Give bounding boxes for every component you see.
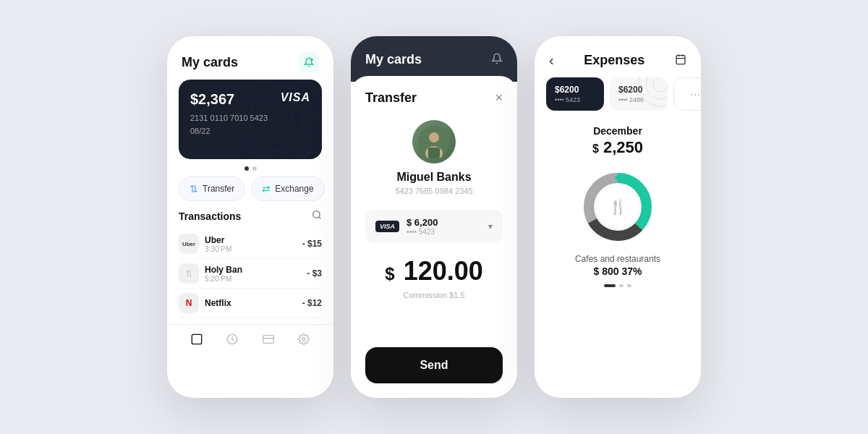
- month-label: December: [535, 125, 701, 137]
- transactions-header: Transactions: [179, 210, 322, 222]
- action-buttons: ⇅ Transfer ⇄ Exchange: [167, 176, 333, 210]
- phone-screen-3: ‹ Expenses $6200 •••• 5423 $6200 •••: [535, 36, 701, 398]
- month-amount-value: 2,250: [603, 138, 643, 156]
- transaction-uber: Uber Uber 3:30 PM - $15: [179, 229, 322, 259]
- transfer-icon: ⇅: [190, 183, 198, 195]
- screen2-header-title: My cards: [365, 52, 422, 67]
- card-selector-left: VISA $ 6,200 •••• 5423: [375, 217, 438, 236]
- card-selector[interactable]: VISA $ 6,200 •••• 5423 ▾: [365, 210, 503, 243]
- transaction-netflix: N Netflix - $12: [179, 289, 322, 318]
- expense-card-1-amount: $6200: [555, 85, 595, 95]
- expense-card-1-num: •••• 5423: [555, 96, 595, 103]
- transaction-holyban: 🍴 Holy Ban 5:20 PM - $3: [179, 259, 322, 289]
- screen3-header: ‹ Expenses: [535, 36, 701, 77]
- phone-screen-1: My cards $2,367 VISA 2: [167, 36, 333, 398]
- exchange-label: Exchange: [275, 184, 313, 194]
- page-dots: [535, 284, 701, 287]
- nav-card-icon[interactable]: [263, 333, 274, 348]
- phone-screen-2: My cards Transfer ×: [351, 36, 517, 398]
- holyban-amount: - $3: [307, 268, 322, 278]
- svg-point-21: [646, 77, 668, 99]
- svg-rect-15: [428, 148, 440, 158]
- expense-amount-value: $ 800: [594, 265, 619, 277]
- close-button[interactable]: ×: [495, 90, 503, 106]
- netflix-amount: - $12: [302, 298, 322, 308]
- holyban-logo: 🍴: [179, 263, 199, 284]
- back-button[interactable]: ‹: [549, 52, 554, 69]
- modal-title: Transfer: [365, 90, 417, 106]
- notification-icon[interactable]: [299, 52, 319, 72]
- transfer-modal: Transfer × Miguel Banks 5423 7685 0984 2…: [351, 76, 517, 398]
- screen1-header: My cards: [167, 36, 333, 80]
- month-amount: $ 2,250: [535, 138, 701, 157]
- transactions-title: Transactions: [179, 210, 241, 222]
- dot-2: [252, 166, 257, 171]
- credit-card[interactable]: $2,367 VISA 2131 0110 7010 5423 08/22: [179, 80, 322, 159]
- send-button[interactable]: Send: [365, 347, 503, 383]
- svg-point-27: [616, 176, 621, 181]
- exchange-icon: ⇄: [262, 183, 271, 195]
- page-dot-active: [604, 284, 616, 287]
- page-dot-3: [627, 284, 631, 287]
- visa-badge: VISA: [375, 221, 399, 232]
- trans-uber-left: Uber Uber 3:30 PM: [179, 234, 231, 254]
- transfer-amount-value: 120.00: [404, 256, 483, 286]
- page-dot-2: [619, 284, 624, 287]
- transfer-button[interactable]: ⇅ Transfer: [179, 176, 245, 201]
- recipient-avatar: [412, 120, 456, 163]
- holyban-info: Holy Ban 5:20 PM: [205, 265, 242, 283]
- bell-icon[interactable]: [491, 53, 503, 67]
- month-currency: $: [592, 142, 599, 155]
- expense-pct-value: 37%: [621, 265, 642, 277]
- svg-point-13: [429, 132, 439, 142]
- screen2-header: My cards: [351, 36, 517, 82]
- svg-point-11: [302, 338, 305, 341]
- svg-point-3: [260, 98, 304, 141]
- bottom-nav: [167, 324, 333, 357]
- screen1-title: My cards: [182, 55, 238, 70]
- card-sel-info: $ 6,200 •••• 5423: [407, 217, 438, 236]
- uber-info: Uber 3:30 PM: [205, 235, 231, 253]
- calendar-icon[interactable]: [675, 54, 686, 68]
- expense-card-add[interactable]: ···: [673, 77, 701, 111]
- uber-name: Uber: [205, 235, 231, 245]
- trans-holyban-left: 🍴 Holy Ban 5:20 PM: [179, 263, 242, 284]
- modal-header: Transfer ×: [365, 90, 503, 106]
- expense-card-1[interactable]: $6200 •••• 5423: [546, 77, 604, 111]
- holyban-name: Holy Ban: [205, 265, 242, 275]
- dot-1: [244, 166, 249, 171]
- screen3-title: Expenses: [584, 53, 644, 68]
- svg-point-22: [653, 77, 668, 92]
- trans-netflix-left: N Netflix: [179, 293, 231, 313]
- donut-center-icon: 🍴: [596, 185, 639, 229]
- card-sel-num: •••• 5423: [407, 228, 438, 236]
- commission-text: Commission $1,5: [365, 291, 503, 299]
- expense-cards-scroll: $6200 •••• 5423 $6200 •••• 2486 ···: [535, 77, 701, 119]
- expense-category-amount: $ 800 37%: [535, 265, 701, 277]
- recipient-name: Miguel Banks: [365, 171, 503, 184]
- card-area: $2,367 VISA 2131 0110 7010 5423 08/22: [167, 80, 333, 159]
- exchange-button[interactable]: ⇄ Exchange: [251, 176, 324, 201]
- nav-history-icon[interactable]: [226, 333, 238, 348]
- svg-point-5: [313, 211, 320, 218]
- expense-card-2[interactable]: $6200 •••• 2486: [610, 77, 668, 111]
- svg-rect-7: [192, 334, 201, 344]
- currency-symbol: $: [385, 264, 394, 284]
- netflix-logo: N: [179, 293, 199, 313]
- chevron-down-icon: ▾: [488, 221, 493, 231]
- month-section: December $ 2,250: [535, 119, 701, 160]
- svg-point-4: [271, 109, 293, 130]
- nav-settings-icon[interactable]: [298, 333, 310, 348]
- donut-chart: 🍴: [578, 167, 658, 247]
- svg-point-20: [639, 77, 668, 106]
- holyban-time: 5:20 PM: [205, 275, 242, 283]
- svg-rect-9: [263, 336, 273, 344]
- nav-home-icon[interactable]: [191, 333, 203, 348]
- search-icon[interactable]: [312, 210, 322, 222]
- recipient-card-number: 5423 7685 0984 2345: [365, 187, 503, 195]
- uber-amount: - $15: [302, 239, 322, 249]
- card-pagination: [167, 166, 333, 171]
- svg-point-0: [310, 59, 313, 61]
- uber-time: 3:30 PM: [205, 245, 231, 253]
- netflix-info: Netflix: [205, 298, 231, 308]
